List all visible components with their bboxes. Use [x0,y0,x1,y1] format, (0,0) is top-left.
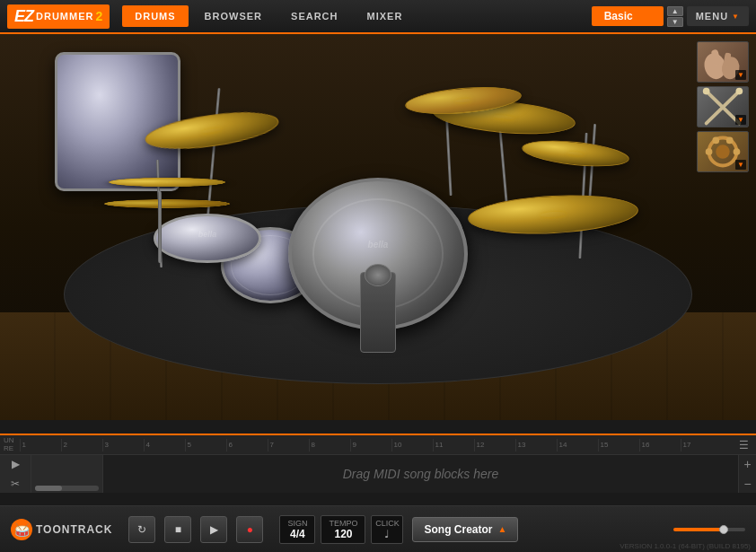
sequencer: UN RE 1 2 3 4 5 6 7 8 9 10 11 12 13 14 1… [0,434,756,505]
tab-drums[interactable]: DRUMS [122,5,188,27]
play-button[interactable]: ▶ [200,516,227,543]
hihat-bottom-cymbal[interactable] [104,199,230,208]
menu-label: MENU [696,11,728,22]
ride-cymbal[interactable] [467,191,639,238]
cut-tool-button[interactable]: ✂ [9,476,22,492]
song-creator-arrow-icon: ▲ [498,524,507,534]
timeline-num-5: 5 [185,439,226,451]
timeline-num-17: 17 [681,439,722,451]
timeline-num-10: 10 [391,439,433,451]
volume-slider[interactable] [673,528,745,531]
timeline-num-14: 14 [557,439,598,451]
sequencer-toolbar: UN RE 1 2 3 4 5 6 7 8 9 10 11 12 13 14 1… [0,435,756,455]
timeline-num-4: 4 [144,439,185,451]
sequencer-drop-zone[interactable]: Drag MIDI song blocks here [103,455,738,493]
timeline-ruler: 1 2 3 4 5 6 7 8 9 10 11 12 13 14 15 16 1… [20,439,733,451]
drop-zone-text: Drag MIDI song blocks here [343,467,499,481]
svg-point-11 [734,148,741,155]
redo-label[interactable]: RE [4,445,14,452]
timeline-num-8: 8 [309,439,350,451]
seq-horizontal-scrollbar[interactable] [35,486,99,491]
timeline-num-7: 7 [268,439,309,451]
tempo-value: 120 [334,528,352,540]
stop-button[interactable]: ■ [164,516,191,543]
record-icon: ● [247,523,253,536]
preset-up-arrow[interactable]: ▲ [667,6,683,16]
toontrack-logo: 🥁 TOONTRACK [11,519,112,540]
crash-small-cymbal[interactable] [521,136,630,171]
click-label: CLICK [375,519,400,528]
version-text: VERSION 1.0.0-1 (64-BIT) (BUILD 8195) [620,542,751,550]
svg-point-9 [716,145,729,158]
tempo-display[interactable]: TEMPO 120 [321,515,365,544]
drum-area: bella bella [0,34,756,420]
play-icon: ▶ [210,523,218,536]
stop-icon: ■ [175,523,181,536]
drum-kit: bella bella [55,52,701,402]
tab-browser[interactable]: BROWSER [192,5,275,27]
tambourine-icon [698,131,748,172]
sign-value: 4/4 [290,528,305,540]
timeline-num-9: 9 [350,439,391,451]
snare-drum[interactable]: bella [154,214,261,263]
svg-point-13 [726,137,734,145]
bass-pedal-head [365,264,391,286]
toontrack-label: TOONTRACK [36,523,112,536]
timeline-num-3: 3 [102,439,144,451]
menu-arrow-icon: ▼ [732,13,740,21]
click-icon: ♩ [384,528,390,540]
hands-icon [698,41,748,83]
song-creator-label: Song Creator [424,523,492,536]
svg-point-1 [720,56,741,81]
timeline-num-16: 16 [639,439,681,451]
tab-mixer[interactable]: MIXER [355,5,416,27]
svg-point-10 [706,148,713,155]
sign-tempo-area: SIGN 4/4 TEMPO 120 CLICK ♩ [279,515,403,544]
zoom-out-button[interactable]: − [743,477,751,491]
volume-knob[interactable] [719,525,728,534]
tempo-label: TEMPO [329,519,357,528]
timeline-num-6: 6 [226,439,268,451]
hihat-top-cymbal[interactable] [109,178,225,187]
app-logo: EZ DRUMMER 2 [7,4,110,29]
seq-scrollbar-area [31,455,103,493]
zoom-in-button[interactable]: + [743,457,751,471]
svg-point-12 [712,137,719,145]
hands-thumbnail[interactable] [697,41,749,83]
preset-selector[interactable]: Basic [592,6,664,26]
preset-down-arrow[interactable]: ▼ [667,17,683,27]
seq-scrollbar-thumb[interactable] [35,486,62,491]
select-tool-button[interactable]: ▶ [10,456,22,472]
tab-search[interactable]: SEARCH [278,5,350,27]
time-signature-display: SIGN 4/4 [279,515,315,544]
loop-button[interactable]: ↻ [128,516,155,543]
seq-more-btn[interactable]: ☰ [734,439,752,451]
menu-button[interactable]: MENU ▼ [687,6,749,26]
logo-version: 2 [95,9,102,23]
snare-label: bella [156,230,259,239]
logo-ez: EZ [14,7,33,26]
sticks-icon [698,86,748,127]
bass-pedal[interactable] [360,272,396,353]
preset-area: Basic ▲ ▼ MENU ▼ [592,6,749,27]
undo-label[interactable]: UN [4,437,14,444]
svg-point-6 [703,88,710,95]
sign-label: SIGN [287,519,307,528]
sequencer-content: ▶ ✂ Drag MIDI song blocks here + − [0,455,756,493]
song-creator-button[interactable]: Song Creator ▲ [412,517,518,542]
tambourine-thumbnail[interactable] [697,131,749,172]
sticks-thumbnail[interactable] [697,86,749,127]
timeline-num-13: 13 [515,439,557,451]
side-panel [697,41,749,172]
seq-zoom-controls: + − [738,455,756,493]
timeline-num-12: 12 [474,439,515,451]
bass-drum-label: bella [292,240,464,250]
floor-tom[interactable] [55,52,180,191]
undo-redo-group: UN RE [4,437,14,452]
timeline-num-2: 2 [61,439,102,451]
click-display[interactable]: CLICK ♩ [371,515,403,544]
record-button[interactable]: ● [236,516,263,543]
svg-point-7 [735,88,743,95]
loop-icon: ↻ [137,523,146,536]
timeline-num-15: 15 [598,439,639,451]
